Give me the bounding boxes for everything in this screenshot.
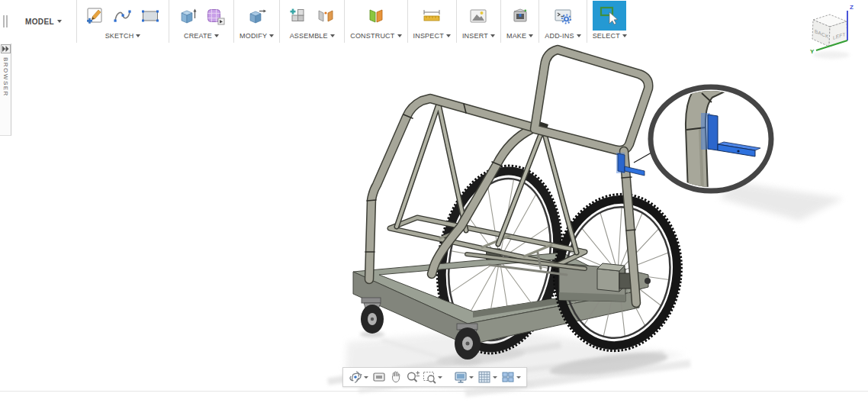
rectangle-icon (140, 6, 160, 26)
measure-button[interactable] (419, 2, 445, 30)
double-arrow-right-icon (2, 46, 9, 52)
construction-plane-button[interactable] (363, 2, 389, 30)
orbit-dropdown-caret[interactable] (364, 376, 368, 379)
viewports-button[interactable] (500, 369, 516, 385)
axis-y-label: Y (810, 48, 815, 55)
add-ins-menu-label: ADD-INS (545, 32, 574, 40)
browser-expand-button[interactable] (1, 44, 11, 53)
chevron-down-icon (269, 34, 274, 37)
assemble-menu-button[interactable]: ASSEMBLE (290, 31, 335, 41)
toolbar-group-sketch: SKETCH (76, 0, 169, 43)
scripts-add-ins-button[interactable] (550, 2, 576, 30)
toolbar-group-select: SELECT (587, 0, 632, 43)
fit-icon (422, 369, 437, 385)
zoom-icon (405, 369, 420, 385)
grid-dropdown-caret[interactable] (493, 376, 497, 379)
chevron-down-icon (330, 34, 335, 37)
toolbar-group-make: MAKE (500, 0, 538, 43)
construct-menu-label: CONSTRUCT (350, 32, 394, 40)
chevron-down-icon (57, 20, 62, 23)
fit-button[interactable] (421, 369, 437, 385)
bracket-highlight[interactable] (616, 153, 645, 176)
new-component-icon (288, 6, 308, 26)
make-menu-label: MAKE (506, 32, 526, 40)
create-sketch-icon (85, 6, 105, 26)
zoom-button[interactable] (404, 369, 420, 385)
create-menu-label: CREATE (184, 32, 212, 40)
toolbar-group-assemble: ASSEMBLE (279, 0, 344, 43)
toolbar-group-add-ins: ADD-INS (538, 0, 586, 43)
create-sketch-button[interactable] (82, 2, 108, 30)
select-menu-label: SELECT (593, 32, 620, 40)
toolbar-group-inspect: INSPECT (407, 0, 456, 43)
sketch-menu-label: SKETCH (105, 32, 134, 40)
construct-menu-button[interactable]: CONSTRUCT (350, 31, 401, 41)
axis-z-label: Z (850, 4, 854, 11)
modify-menu-button[interactable]: MODIFY (240, 31, 274, 41)
browser-panel-label: BROWSER (2, 57, 9, 97)
orbit-icon (348, 369, 363, 385)
caster-front (455, 324, 481, 360)
look-at-button[interactable] (371, 369, 387, 385)
joint-button[interactable] (313, 2, 339, 30)
orbit-button[interactable] (347, 369, 363, 385)
insert-menu-button[interactable]: INSERT (462, 31, 495, 41)
select-menu-button[interactable]: SELECT (593, 31, 627, 41)
modify-menu-label: MODIFY (240, 32, 267, 40)
workspace-dropdown[interactable]: MODEL (11, 0, 76, 43)
press-pull-icon (247, 6, 267, 26)
inspect-menu-button[interactable]: INSPECT (413, 31, 451, 41)
rectangle-button[interactable] (137, 2, 163, 30)
joint-icon (316, 6, 336, 26)
grid-and-snaps-button[interactable] (476, 369, 492, 385)
select-button[interactable] (593, 1, 626, 31)
display-settings-dropdown-caret[interactable] (469, 376, 474, 379)
toolbar-drag-handle[interactable] (0, 0, 11, 43)
viewcube[interactable]: BACK LEFT Z Y (799, 0, 868, 70)
browser-panel-collapsed: BROWSER (0, 44, 11, 136)
navigation-toolbar (342, 367, 527, 387)
make-menu-button[interactable]: MAKE (506, 31, 533, 41)
create-menu-button[interactable]: CREATE (184, 31, 219, 41)
add-ins-menu-button[interactable]: ADD-INS (545, 31, 580, 41)
3d-print-button[interactable] (507, 2, 533, 30)
press-pull-button[interactable] (244, 2, 270, 30)
new-component-button[interactable] (285, 2, 311, 30)
construction-plane-icon (366, 6, 386, 26)
create-form-button[interactable] (202, 2, 228, 30)
canvas-bottom-divider (0, 391, 868, 392)
insert-menu-label: INSERT (462, 32, 488, 40)
insert-image-button[interactable] (465, 2, 491, 30)
viewports-dropdown-caret[interactable] (516, 376, 521, 379)
spline-button[interactable] (110, 2, 136, 30)
scripts-add-ins-icon (553, 6, 573, 26)
fit-dropdown-caret[interactable] (438, 376, 442, 379)
model-canvas[interactable] (0, 0, 868, 416)
chevron-down-icon (214, 34, 219, 37)
toolbar: MODEL (0, 0, 868, 43)
toolbar-group-create: CREATE (169, 0, 233, 43)
workspace-label: MODEL (25, 18, 54, 26)
chevron-down-icon (490, 34, 495, 37)
toolbar-group-construct: CONSTRUCT (344, 0, 407, 43)
chevron-down-icon (529, 34, 533, 37)
sketch-menu-button[interactable]: SKETCH (105, 31, 141, 41)
display-settings-icon (453, 369, 468, 385)
spline-icon (113, 6, 133, 26)
cart-model[interactable] (353, 50, 692, 363)
chevron-down-icon (397, 34, 402, 37)
pan-button[interactable] (387, 369, 403, 385)
pan-hand-icon (388, 369, 403, 385)
chevron-down-icon (577, 34, 581, 37)
assemble-menu-label: ASSEMBLE (290, 32, 328, 40)
toolbar-group-modify: MODIFY (233, 0, 279, 43)
chevron-down-icon (622, 34, 627, 37)
create-form-icon (205, 6, 225, 26)
3d-print-icon (510, 6, 530, 26)
extrude-button[interactable] (175, 2, 201, 30)
extrude-icon (178, 6, 198, 26)
select-icon (598, 5, 621, 27)
look-at-icon (371, 369, 387, 385)
display-settings-button[interactable] (452, 369, 468, 385)
measure-icon (422, 6, 442, 26)
